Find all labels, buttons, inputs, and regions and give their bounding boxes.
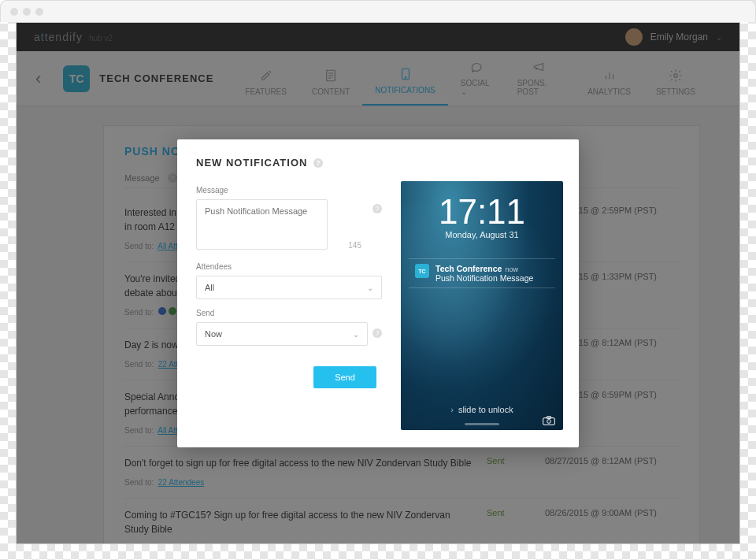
help-icon[interactable]: ? <box>313 158 323 168</box>
message-input[interactable] <box>196 199 328 250</box>
attendees-select[interactable]: All ⌄ <box>196 276 382 299</box>
traffic-light-close[interactable] <box>10 8 18 16</box>
phone-notification: TC Tech Conferencenow Push Notification … <box>409 258 555 288</box>
modal-title-text: NEW NOTIFICATION <box>196 157 307 169</box>
phone-preview: 17:11 Monday, August 31 TC Tech Conferen… <box>401 181 563 430</box>
modal-form: Message 145 ? Attendees All <box>196 181 382 430</box>
traffic-light-max[interactable] <box>35 8 43 16</box>
modal-overlay[interactable]: NEW NOTIFICATION ? Message 145 ? A <box>17 23 739 543</box>
message-label: Message <box>196 186 382 195</box>
camera-icon <box>543 416 555 425</box>
phone-app-name: Tech Conference <box>435 264 502 273</box>
send-when-label: Send <box>196 309 382 317</box>
home-indicator <box>465 423 499 425</box>
svg-rect-11 <box>547 417 550 419</box>
svg-point-12 <box>547 420 551 424</box>
macos-titlebar <box>0 0 756 22</box>
help-icon[interactable]: ? <box>372 328 382 338</box>
send-when-select[interactable]: Now ⌄ <box>196 322 368 346</box>
send-when-value: Now <box>205 329 222 339</box>
svg-rect-10 <box>543 418 555 425</box>
help-icon[interactable]: ? <box>372 204 382 213</box>
phone-app-icon: TC <box>415 264 429 278</box>
send-button[interactable]: Send <box>313 366 376 388</box>
new-notification-modal: NEW NOTIFICATION ? Message 145 ? A <box>177 139 579 447</box>
chevron-down-icon: ⌄ <box>367 284 373 292</box>
app-window: attendify hub v2 Emily Morgan ⌄ ‹ TC TEC… <box>16 22 740 544</box>
traffic-light-min[interactable] <box>23 8 31 16</box>
phone-time: 17:11 <box>401 192 563 232</box>
attendees-value: All <box>205 283 214 292</box>
phone-notif-when: now <box>505 265 518 273</box>
phone-date: Monday, August 31 <box>401 230 563 239</box>
char-count: 145 <box>348 241 361 250</box>
slide-to-unlock: slide to unlock <box>401 405 563 414</box>
phone-notif-msg: Push Notification Message <box>435 273 533 283</box>
chevron-down-icon: ⌄ <box>353 330 359 339</box>
attendees-label: Attendees <box>196 262 382 271</box>
modal-title: NEW NOTIFICATION ? <box>196 157 563 169</box>
